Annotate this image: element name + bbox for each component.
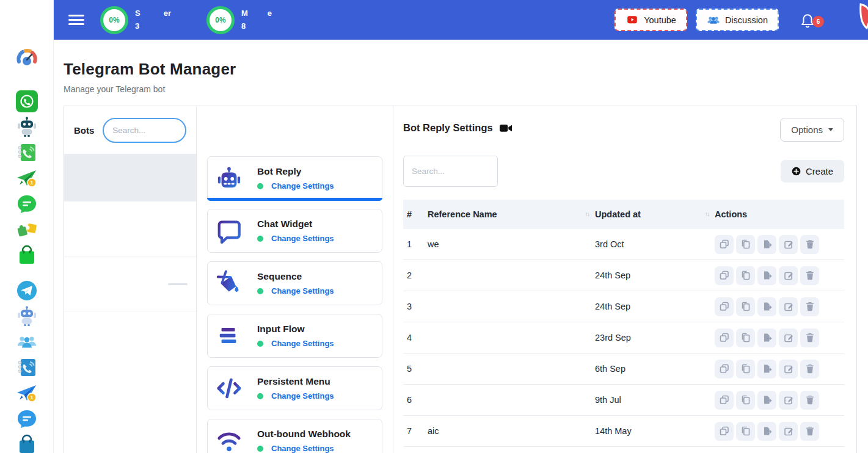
- edit-button[interactable]: [779, 422, 798, 441]
- bot-list-item[interactable]: [64, 256, 196, 311]
- copy-button[interactable]: [736, 422, 755, 441]
- telegram-groups-icon[interactable]: [16, 331, 38, 353]
- updated-at: 23rd Sep: [595, 333, 715, 342]
- clone-button[interactable]: [715, 391, 734, 410]
- sort-icon[interactable]: ↑↓: [585, 211, 589, 217]
- edit-button[interactable]: [779, 328, 798, 347]
- delete-button[interactable]: [800, 235, 819, 254]
- clone-button[interactable]: [715, 422, 734, 441]
- telegram-contacts-icon[interactable]: [16, 357, 38, 379]
- bot-list-item[interactable]: [64, 201, 196, 256]
- whatsapp-broadcast-icon[interactable]: 1: [16, 167, 38, 189]
- corner-decoration: [856, 2, 868, 31]
- whatsapp-chat-icon[interactable]: [16, 193, 38, 215]
- discussion-button[interactable]: Discussion: [696, 9, 779, 31]
- row-number: 3: [403, 302, 428, 311]
- delete-button[interactable]: [800, 422, 819, 441]
- delete-button[interactable]: [800, 391, 819, 410]
- table-search-input[interactable]: [403, 156, 498, 187]
- whatsapp-bot-icon[interactable]: [16, 116, 38, 138]
- svg-text:1: 1: [30, 179, 34, 186]
- row-number: 1: [403, 239, 428, 249]
- youtube-button[interactable]: Youtube: [615, 9, 687, 31]
- change-settings-link[interactable]: Change Settings: [271, 444, 334, 453]
- telegram-bot-icon[interactable]: [16, 305, 38, 327]
- code-icon: [216, 375, 242, 401]
- table-row: 5 6th Sep: [403, 353, 844, 385]
- card-persistent-menu[interactable]: Persistent Menu Change Settings: [207, 366, 382, 410]
- delete-button[interactable]: [800, 266, 819, 285]
- edit-button[interactable]: [779, 297, 798, 316]
- export-button[interactable]: [757, 360, 776, 379]
- card-chat-widget[interactable]: Chat Widget Change Settings: [207, 209, 382, 253]
- bot-manager-panel: Bots Bot Reply Change Settings Chat Widg…: [64, 106, 857, 453]
- card-input-flow[interactable]: Input Flow Change Settings: [207, 314, 382, 358]
- export-button[interactable]: [757, 391, 776, 410]
- copy-button[interactable]: [736, 328, 755, 347]
- options-dropdown-button[interactable]: Options: [780, 118, 844, 142]
- clone-button[interactable]: [715, 328, 734, 347]
- change-settings-link[interactable]: Change Settings: [271, 286, 334, 295]
- sort-icon[interactable]: ↑↓: [705, 211, 709, 217]
- bots-search-input[interactable]: [103, 118, 186, 143]
- row-number: 2: [403, 270, 428, 280]
- dashboard-icon[interactable]: [16, 46, 38, 68]
- hamburger-menu-icon[interactable]: [68, 12, 84, 27]
- export-button[interactable]: [757, 422, 776, 441]
- card-title: Persistent Menu: [257, 376, 334, 387]
- card-outbound-webhook[interactable]: Out-bound Webhook Change Settings: [207, 419, 382, 453]
- change-settings-link[interactable]: Change Settings: [271, 181, 334, 190]
- svg-text:1: 1: [30, 394, 34, 400]
- export-button[interactable]: [757, 235, 776, 254]
- copy-button[interactable]: [736, 297, 755, 316]
- edit-button[interactable]: [779, 235, 798, 254]
- card-sequence[interactable]: Sequence Change Settings: [207, 261, 382, 305]
- telegram-store-icon[interactable]: [16, 433, 38, 453]
- copy-button[interactable]: [736, 266, 755, 285]
- stat-value: 3: [135, 20, 139, 32]
- delete-button[interactable]: [800, 360, 819, 379]
- bot-list-item-selected[interactable]: [64, 154, 196, 201]
- row-number: 6: [403, 395, 428, 405]
- bot-reply-settings-panel: Bot Reply Settings Options Create # Refe…: [393, 106, 856, 453]
- bots-column: Bots: [64, 106, 197, 453]
- change-settings-link[interactable]: Change Settings: [271, 391, 334, 400]
- integrations-icon[interactable]: [16, 219, 38, 241]
- delete-button[interactable]: [800, 328, 819, 347]
- copy-button[interactable]: [736, 235, 755, 254]
- video-camera-icon[interactable]: [500, 124, 512, 132]
- updated-at: 24th Sep: [595, 302, 715, 311]
- column-header-number: #: [403, 209, 428, 219]
- whatsapp-icon[interactable]: [16, 90, 38, 112]
- change-settings-link[interactable]: Change Settings: [271, 339, 334, 348]
- plus-circle-icon: [792, 167, 801, 176]
- create-button[interactable]: Create: [781, 160, 844, 183]
- copy-button[interactable]: [736, 391, 755, 410]
- column-header-reference-name: Reference Name↑↓: [428, 209, 595, 219]
- clone-button[interactable]: [715, 266, 734, 285]
- edit-button[interactable]: [779, 360, 798, 379]
- delete-button[interactable]: [800, 297, 819, 316]
- copy-button[interactable]: [736, 360, 755, 379]
- telegram-chat-icon[interactable]: [16, 408, 38, 430]
- clone-button[interactable]: [715, 297, 734, 316]
- card-bot-reply[interactable]: Bot Reply Change Settings: [207, 156, 382, 200]
- whatsapp-store-icon[interactable]: [16, 244, 38, 266]
- table-header: # Reference Name↑↓ Updated at↑↓ Actions: [403, 200, 844, 229]
- telegram-broadcast-icon[interactable]: 1: [16, 382, 38, 404]
- users-icon: [707, 15, 720, 25]
- export-button[interactable]: [757, 328, 776, 347]
- updated-at: 9th Jul: [595, 395, 715, 405]
- export-button[interactable]: [757, 266, 776, 285]
- whatsapp-contacts-icon[interactable]: [16, 142, 38, 164]
- export-button[interactable]: [757, 297, 776, 316]
- clone-button[interactable]: [715, 235, 734, 254]
- edit-button[interactable]: [779, 266, 798, 285]
- top-navbar: 0% Ser 3 0% Me 8 Youtube Discussion 6: [54, 0, 868, 40]
- edit-button[interactable]: [779, 391, 798, 410]
- telegram-icon[interactable]: [16, 280, 38, 302]
- notifications-button[interactable]: 6: [800, 12, 815, 28]
- change-settings-link[interactable]: Change Settings: [271, 234, 334, 243]
- clone-button[interactable]: [715, 360, 734, 379]
- stat-label: M: [241, 7, 248, 20]
